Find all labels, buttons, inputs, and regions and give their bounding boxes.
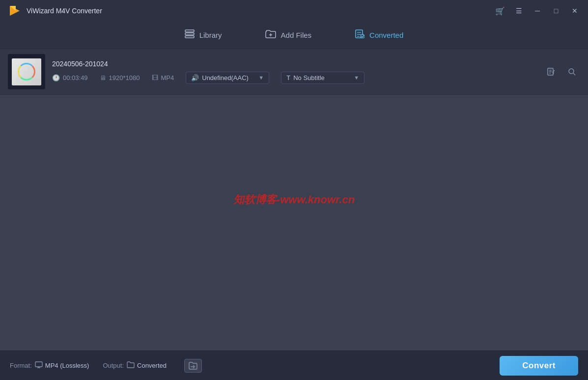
format-label: Format: — [10, 362, 32, 369]
titlebar: ViWizard M4V Converter 🛒 ☰ ─ □ ✕ — [0, 0, 588, 22]
file-info: 20240506-201024 🕐 00:03:49 🖥 1920*1080 🎞… — [52, 60, 532, 84]
format-meta: 🎞 MP4 — [152, 74, 174, 81]
file-thumbnail — [8, 54, 45, 89]
film-icon: 🎞 — [152, 74, 158, 81]
format-icon — [35, 361, 43, 370]
svg-rect-3 — [185, 33, 194, 35]
open-folder-button[interactable] — [184, 359, 202, 373]
edit-file-button[interactable] — [543, 63, 560, 80]
minimize-button[interactable]: ─ — [530, 5, 545, 17]
duration-meta: 🕐 00:03:49 — [52, 74, 88, 81]
add-files-icon — [265, 29, 276, 41]
nav-library-label: Library — [199, 31, 222, 39]
svg-point-11 — [361, 34, 364, 38]
converted-icon — [355, 29, 364, 41]
cart-button[interactable]: 🛒 — [493, 5, 507, 17]
format-value-group: MP4 (Lossless) — [35, 361, 89, 370]
close-button[interactable]: ✕ — [567, 5, 582, 17]
output-label: Output: — [103, 362, 124, 369]
nav-add-files[interactable]: Add Files — [258, 27, 319, 44]
svg-rect-18 — [35, 362, 42, 367]
library-icon — [185, 29, 195, 41]
app-title: ViWizard M4V Converter — [27, 7, 102, 15]
menu-icon: ☰ — [516, 7, 522, 15]
audio-icon: 🔊 — [191, 74, 199, 81]
nav-library[interactable]: Library — [178, 27, 229, 44]
audio-select[interactable]: 🔊 Undefined(AAC) ▼ — [186, 72, 269, 84]
svg-line-17 — [573, 73, 575, 75]
main-content: 20240506-201024 🕐 00:03:49 🖥 1920*1080 🎞… — [0, 49, 588, 351]
file-meta: 🕐 00:03:49 🖥 1920*1080 🎞 MP4 🔊 Undefined… — [52, 72, 532, 84]
file-row: 20240506-201024 🕐 00:03:49 🖥 1920*1080 🎞… — [0, 49, 588, 95]
subtitle-select[interactable]: T No Subtitle ▼ — [281, 72, 364, 84]
navbar: Library Add Files Converted — [0, 22, 588, 49]
subtitle-icon: T — [286, 74, 290, 81]
resolution-meta: 🖥 1920*1080 — [100, 74, 140, 81]
file-resolution: 1920*1080 — [109, 74, 140, 81]
subtitle-dropdown-arrow: ▼ — [354, 75, 359, 81]
close-icon: ✕ — [572, 7, 578, 15]
svg-rect-2 — [185, 30, 194, 32]
restore-icon: □ — [554, 7, 558, 15]
convert-button[interactable]: Convert — [500, 356, 578, 376]
file-name: 20240506-201024 — [52, 60, 532, 68]
cart-icon: 🛒 — [495, 6, 505, 16]
nav-converted[interactable]: Converted — [348, 27, 410, 44]
app-logo — [8, 4, 22, 18]
menu-button[interactable]: ☰ — [511, 5, 526, 17]
output-value: Converted — [137, 362, 167, 369]
subtitle-value: No Subtitle — [293, 74, 325, 81]
nav-add-files-label: Add Files — [281, 31, 312, 39]
format-value: MP4 (Lossless) — [45, 362, 89, 369]
titlebar-left: ViWizard M4V Converter — [8, 4, 102, 18]
audio-dropdown-arrow: ▼ — [258, 75, 264, 81]
search-file-button[interactable] — [563, 63, 580, 80]
minimize-icon: ─ — [535, 7, 540, 15]
output-folder-icon — [127, 361, 135, 370]
nav-converted-label: Converted — [369, 31, 403, 39]
svg-rect-4 — [185, 36, 194, 38]
svg-point-16 — [569, 69, 574, 74]
titlebar-right: 🛒 ☰ ─ □ ✕ — [493, 5, 582, 17]
file-format: MP4 — [161, 74, 174, 81]
restore-button[interactable]: □ — [549, 5, 563, 17]
bottombar: Format: MP4 (Lossless) Output: Converted… — [0, 351, 588, 380]
file-duration: 00:03:49 — [63, 74, 88, 81]
clock-icon: 🕐 — [52, 74, 60, 81]
file-actions — [543, 63, 580, 80]
output-value-group: Converted — [127, 361, 167, 370]
monitor-icon: 🖥 — [100, 74, 106, 81]
watermark: 知软博客-www.knowr.cn — [233, 192, 355, 207]
audio-value: Undefined(AAC) — [202, 74, 249, 81]
